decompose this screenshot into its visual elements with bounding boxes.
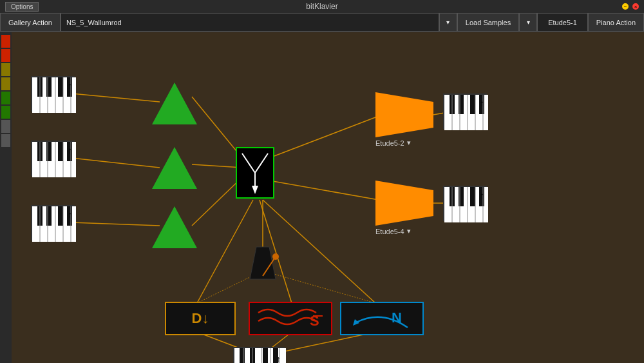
svg-marker-54	[375, 92, 433, 137]
close-button[interactable]: ×	[632, 3, 639, 10]
synth-node-1[interactable]	[152, 83, 197, 124]
strip-block-green2	[1, 106, 10, 119]
svg-rect-69	[459, 187, 464, 206]
strip-block-green	[1, 92, 10, 104]
instrument-dropdown-arrow[interactable]: ▾	[439, 13, 457, 32]
svg-text:↑: ↑	[480, 190, 484, 201]
svg-line-9	[269, 116, 379, 158]
piano-node-5[interactable]: ↑	[443, 186, 487, 221]
svg-line-5	[192, 177, 242, 226]
etude2-arrow[interactable]: ▾	[407, 139, 411, 147]
strip-block-gray	[1, 120, 10, 133]
strip-block-gray2	[1, 134, 10, 147]
piano-action-button[interactable]: Piano Action	[588, 13, 644, 32]
direct-action-box[interactable]: D↓	[165, 302, 236, 335]
instrument-dropdown[interactable]: ▾	[61, 13, 457, 32]
strip-block-red2	[1, 49, 10, 62]
trapezoid-node-1[interactable]	[375, 92, 433, 137]
synth-node-3[interactable]	[152, 206, 197, 248]
svg-line-4	[192, 164, 242, 168]
left-strip	[0, 32, 12, 363]
main-area: ↑ ↑	[0, 32, 644, 363]
piano-node-1[interactable]: ↑	[31, 76, 75, 112]
svg-rect-43	[46, 206, 52, 226]
svg-rect-85	[240, 348, 245, 363]
trapezoid-node-2[interactable]	[375, 181, 433, 226]
piano-node-3[interactable]: ↑	[31, 205, 75, 240]
svg-rect-87	[263, 348, 268, 363]
svg-marker-55	[375, 181, 433, 226]
svg-rect-33	[58, 142, 63, 161]
etude2-label: Etude5-2	[375, 139, 404, 147]
mixer-node[interactable]	[236, 147, 274, 199]
svg-rect-58	[459, 95, 464, 114]
svg-rect-59	[470, 95, 475, 114]
nostalgic-action-box[interactable]: N	[340, 302, 424, 335]
instrument-input[interactable]	[61, 13, 439, 32]
svg-line-1	[71, 158, 160, 168]
etude2-dropdown[interactable]: Etude5-2 ▾	[375, 139, 411, 147]
svg-rect-70	[470, 187, 475, 206]
gallery-action-button[interactable]: Gallery Action	[0, 13, 61, 32]
svg-marker-82	[353, 319, 359, 326]
svg-marker-53	[252, 186, 258, 194]
svg-point-80	[272, 253, 279, 260]
strip-block-red	[1, 35, 10, 48]
svg-rect-32	[46, 142, 52, 161]
svg-line-2	[71, 222, 160, 226]
load-samples-button[interactable]: Load Samples	[457, 13, 519, 32]
synchronic-action-box[interactable]: S	[249, 302, 332, 335]
piano-node-2[interactable]: ↑	[31, 141, 75, 176]
piano-node-4[interactable]: ↑	[443, 93, 487, 129]
etude4-label: Etude5-4	[375, 228, 404, 235]
svg-line-10	[269, 181, 379, 200]
strip-block-yellow	[1, 63, 10, 76]
svg-rect-21	[46, 77, 52, 97]
svg-rect-44	[58, 206, 63, 226]
svg-text:↑: ↑	[68, 81, 72, 91]
etude4-arrow[interactable]: ▾	[407, 227, 411, 235]
options-button[interactable]: Options	[5, 2, 39, 12]
toolbar: Gallery Action ▾ Load Samples ▾ Etude5-1…	[0, 13, 644, 32]
title-bar: Options bitKlavier − ×	[0, 0, 644, 13]
svg-text:↑: ↑	[276, 354, 281, 363]
synth-node-2[interactable]	[152, 147, 197, 189]
minimize-button[interactable]: −	[622, 3, 629, 10]
piano-node-6[interactable]: ↑	[233, 347, 285, 363]
svg-text:S: S	[310, 313, 319, 329]
svg-text:↑: ↑	[480, 98, 484, 108]
etude-label: Etude5-1	[537, 13, 588, 32]
svg-text:N: N	[392, 309, 402, 326]
svg-rect-22	[58, 77, 63, 97]
canvas: ↑ ↑	[12, 32, 644, 363]
strip-block-yellow2	[1, 77, 10, 90]
svg-line-3	[192, 97, 242, 158]
app-title: bitKlavier	[306, 2, 337, 11]
svg-text:↑: ↑	[68, 210, 72, 220]
svg-line-0	[71, 93, 160, 102]
svg-text:↑: ↑	[68, 145, 72, 155]
metronome-node[interactable]	[243, 244, 282, 282]
etude4-dropdown[interactable]: Etude5-4 ▾	[375, 227, 411, 235]
load-samples-arrow[interactable]: ▾	[519, 13, 537, 32]
direct-action-label: D↓	[192, 310, 209, 327]
